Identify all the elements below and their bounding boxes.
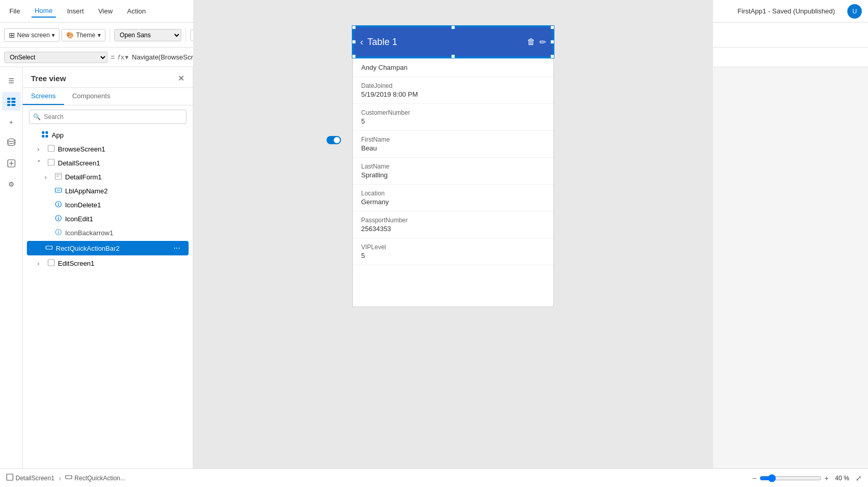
svg-rect-2 (7, 101, 10, 103)
tree-item-icon-delete1[interactable]: IconDelete1 (23, 198, 193, 212)
svg-point-17 (58, 203, 59, 204)
hamburger-menu-icon[interactable]: ☰ (2, 71, 21, 90)
icon-delete1-label: IconDelete1 (65, 201, 184, 209)
table-back-button[interactable]: ‹ (360, 37, 363, 48)
zoom-out-button[interactable]: − (752, 474, 756, 482)
font-select[interactable]: Open Sans (114, 29, 181, 41)
icon-backarrow1-label: IconBackarrow1 (65, 229, 184, 237)
prop-value-visible[interactable] (327, 136, 341, 144)
icon-backarrow-icon (55, 229, 62, 237)
formula-property-select[interactable]: OnSelect (4, 52, 107, 63)
menu-view[interactable]: View (95, 5, 116, 17)
svg-point-20 (58, 217, 59, 218)
tree-item-icon-backarrow1[interactable]: IconBackarrow1 (23, 226, 193, 240)
resize-handle-tr[interactable] (550, 25, 554, 29)
user-avatar[interactable]: U (847, 4, 862, 19)
menu-insert[interactable]: Insert (64, 5, 87, 17)
resize-handle-bl[interactable] (352, 54, 356, 58)
breadcrumb-screen[interactable]: DetailScreen1 (6, 474, 54, 482)
svg-rect-18 (58, 204, 59, 206)
table-edit-button[interactable]: ✏ (539, 37, 546, 47)
tree-item-rect-quick-action-bar2[interactable]: RectQuickActionBar2 ··· (27, 241, 189, 255)
new-screen-chevron: ▾ (52, 32, 55, 39)
formula-fx-chevron: ▾ (125, 53, 129, 61)
app-label: App (52, 131, 184, 139)
tree-tabs: Screens Components (23, 88, 193, 105)
resize-handle-ml[interactable] (352, 40, 356, 44)
tree-item-app[interactable]: App (23, 128, 193, 142)
lbl-icon (55, 187, 62, 195)
zoom-in-button[interactable]: + (825, 474, 829, 482)
bottom-bar: DetailScreen1 › RectQuickAction... − + 4… (0, 468, 868, 487)
resize-handle-tc[interactable] (451, 25, 455, 29)
rect-icon (45, 244, 53, 253)
tree-header: Tree view ✕ (23, 67, 193, 88)
svg-rect-1 (11, 98, 16, 100)
add-component-icon[interactable]: + (2, 113, 21, 131)
browse-screen-icon (48, 145, 55, 154)
breadcrumb-screen-label: DetailScreen1 (16, 475, 54, 482)
svg-rect-5 (11, 104, 16, 106)
detail-form-label: DetailForm1 (65, 173, 184, 181)
svg-rect-9 (45, 131, 48, 134)
field-label-lastname: LastName (361, 163, 545, 170)
svg-rect-27 (7, 474, 13, 480)
detail-field-name: Andy Champan (353, 57, 553, 77)
tree-item-edit-screen1[interactable]: › EditScreen1 (23, 256, 193, 270)
tab-screens[interactable]: Screens (23, 88, 64, 105)
resize-handle-mr[interactable] (550, 40, 554, 44)
toolbar-sep-2 (185, 28, 186, 42)
tree-close-button[interactable]: ✕ (178, 73, 184, 83)
detail-form-chevron: › (44, 173, 52, 181)
field-label-passportnumber: PassportNumber (361, 217, 545, 224)
tree-item-lbl-app-name2[interactable]: LblAppName2 (23, 184, 193, 198)
data-icon[interactable] (2, 133, 21, 152)
detail-field-viplevel: VIPLevel 5 (353, 238, 553, 265)
tree-item-detail-screen[interactable]: ˅ DetailScreen1 (23, 156, 193, 170)
field-label-datejoined: DateJoined (361, 82, 545, 89)
field-value-datejoined: 5/19/2019 8:00 PM (361, 90, 545, 98)
menu-file[interactable]: File (6, 5, 23, 17)
table-delete-button[interactable]: 🗑 (527, 37, 535, 47)
breadcrumb-element[interactable]: RectQuickAction... (65, 474, 126, 482)
field-value-viplevel: 5 (361, 252, 545, 260)
field-value-passportnumber: 25634353 (361, 225, 545, 233)
search-icon: 🔍 (33, 113, 41, 120)
app-icon (41, 131, 49, 140)
formula-fx-button[interactable]: fx ▾ (118, 53, 129, 61)
tree-panel: Tree view ✕ Screens Components 🔍 App (23, 67, 193, 487)
edit-screen-chevron: › (37, 260, 44, 267)
svg-rect-21 (58, 218, 59, 220)
resize-handle-br[interactable] (550, 54, 554, 58)
tree-item-icon-edit1[interactable]: IconEdit1 (23, 212, 193, 226)
rect-ellipsis-menu[interactable]: ··· (174, 244, 180, 253)
fullscreen-button[interactable]: ⤢ (856, 474, 862, 482)
breadcrumb-element-icon (65, 474, 72, 482)
zoom-slider[interactable] (760, 474, 822, 482)
rect-quick-action-bar2-label: RectQuickActionBar2 (56, 245, 171, 252)
screen-icon (6, 474, 13, 482)
settings-icon[interactable]: ⚙ (2, 175, 21, 193)
main-layout: ☰ + ⚙ Tree view ✕ Screens Compo (0, 67, 868, 487)
tree-search-input[interactable] (29, 110, 187, 124)
new-screen-button[interactable]: ⊞ New screen ▾ (4, 28, 59, 42)
detail-form-icon (55, 173, 62, 181)
tree-item-detail-form[interactable]: › DetailForm1 (23, 170, 193, 184)
tree-view-icon[interactable] (2, 92, 21, 111)
resize-handle-bc[interactable] (451, 54, 455, 58)
icon-edit-icon (55, 215, 62, 223)
variables-icon[interactable] (2, 154, 21, 173)
field-label-customernumber: CustomerNumber (361, 109, 545, 116)
field-label-location: Location (361, 190, 545, 197)
theme-button[interactable]: 🎨 Theme ▾ (61, 29, 105, 41)
menu-home[interactable]: Home (32, 5, 56, 18)
field-value-customernumber: 5 (361, 117, 545, 125)
svg-rect-4 (7, 104, 10, 106)
menu-action[interactable]: Action (124, 5, 149, 17)
tree-item-browse-screen[interactable]: › BrowseScreen1 (23, 142, 193, 156)
tab-components[interactable]: Components (64, 88, 119, 105)
table-widget[interactable]: ‹ Table 1 🗑 ✏ (353, 26, 553, 57)
detail-field-lastname: LastName Spratling (353, 158, 553, 185)
resize-handle-tl[interactable] (352, 25, 356, 29)
canvas-area: ‹ Table 1 🗑 ✏ Andy Champan DateJoined 5/… (193, 0, 713, 468)
